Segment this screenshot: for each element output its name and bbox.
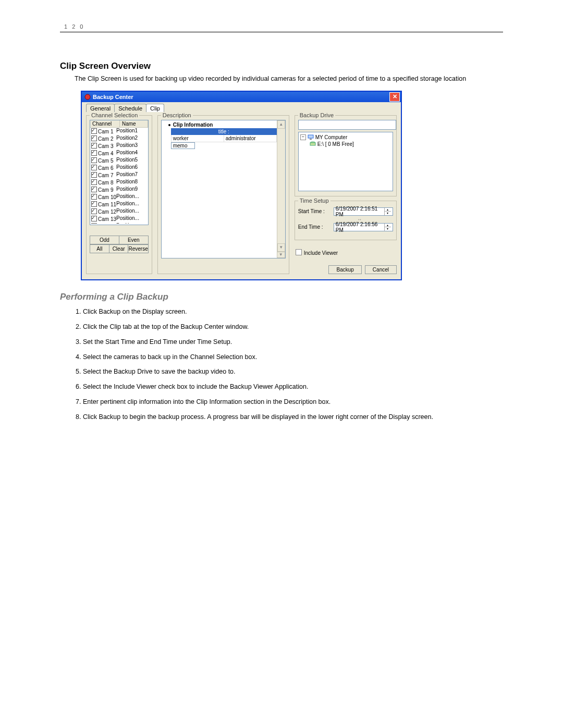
- backup-path-input[interactable]: [298, 120, 396, 130]
- list-item: Click Backup to begin the backup process…: [83, 413, 503, 422]
- all-button[interactable]: All: [90, 244, 109, 253]
- scrollbar[interactable]: ▲ ▼: [277, 120, 285, 252]
- title-row[interactable]: title :: [171, 128, 277, 135]
- row-checkbox[interactable]: [91, 172, 97, 178]
- table-row[interactable]: Cam 12Position...: [90, 208, 148, 215]
- even-button[interactable]: Even: [119, 236, 149, 244]
- subsection-title: Performing a Clip Backup: [60, 292, 503, 302]
- backup-drive-group: Backup Drive −MY Computer E:\ [ 0 MB Fre…: [295, 115, 397, 196]
- row-checkbox[interactable]: [91, 216, 97, 221]
- dropdown-icon[interactable]: ▼: [277, 252, 285, 258]
- table-row[interactable]: Cam 10Position...: [90, 193, 148, 201]
- drive-tree[interactable]: −MY Computer E:\ [ 0 MB Free]: [298, 132, 393, 191]
- list-item: Click Backup on the Display screen.: [83, 307, 503, 316]
- tab-schedule[interactable]: Schedule: [114, 104, 146, 112]
- reverse-button[interactable]: Reverse: [128, 244, 148, 253]
- backup-button[interactable]: Backup: [328, 265, 361, 274]
- list-item: Select the Backup Drive to save the back…: [83, 367, 503, 376]
- channel-grid[interactable]: Channel Name Cam 1Position1Cam 2Position…: [90, 120, 149, 225]
- table-row[interactable]: Cam 2Position2: [90, 135, 148, 142]
- scroll-down-icon[interactable]: ▼: [277, 243, 285, 252]
- close-icon: ✕: [393, 93, 397, 100]
- include-viewer-label: Include Viewer: [304, 250, 338, 256]
- table-row[interactable]: Cam 1Position1: [90, 128, 148, 135]
- my-computer-node[interactable]: MY Computer: [315, 134, 348, 141]
- table-row[interactable]: Cam 13Position...: [90, 215, 148, 223]
- memo-field[interactable]: memo: [171, 142, 195, 149]
- row-checkbox[interactable]: [91, 179, 97, 185]
- include-viewer-checkbox[interactable]: [296, 249, 302, 255]
- admin-cell: administrator: [224, 135, 276, 142]
- list-item: Select the cameras to back up in the Cha…: [83, 353, 503, 362]
- table-row[interactable]: Cam 8Position8: [90, 179, 148, 186]
- row-checkbox[interactable]: [91, 143, 97, 149]
- row-checkbox[interactable]: [91, 194, 97, 200]
- list-item: Select the Include Viewer check box to i…: [83, 382, 503, 391]
- row-checkbox[interactable]: [91, 128, 97, 134]
- description-bottom-panel[interactable]: ▼: [161, 252, 286, 258]
- start-time-label: Start Time :: [298, 208, 334, 214]
- section-title: Clip Screen Overview: [60, 61, 503, 71]
- expand-icon[interactable]: −: [300, 134, 306, 140]
- section-description: The Clip Screen is used for backing up v…: [75, 75, 503, 83]
- description-group: Description ▲ ▼ Clip Information title :…: [157, 115, 289, 274]
- cancel-button[interactable]: Cancel: [365, 265, 397, 274]
- tab-general[interactable]: General: [86, 104, 115, 112]
- end-spinner[interactable]: [384, 224, 391, 231]
- channel-selection-legend: Channel Selection: [90, 112, 139, 118]
- app-icon: [84, 94, 91, 100]
- table-row[interactable]: Cam 6Position6: [90, 164, 148, 171]
- window-title: Backup Center: [93, 94, 389, 100]
- clear-button[interactable]: Clear: [109, 244, 129, 253]
- svg-rect-1: [308, 135, 313, 138]
- bullet-icon: [168, 124, 170, 126]
- computer-icon: [308, 134, 314, 140]
- close-button[interactable]: ✕: [389, 92, 400, 102]
- table-row[interactable]: Cam 4Position4: [90, 150, 148, 157]
- e-drive-node[interactable]: E:\ [ 0 MB Free]: [317, 141, 354, 147]
- table-row[interactable]: Cam 14Position...: [90, 223, 148, 224]
- svg-point-0: [85, 94, 90, 100]
- row-checkbox[interactable]: [91, 223, 97, 224]
- include-viewer-row[interactable]: Include Viewer: [296, 249, 397, 256]
- scroll-up-icon[interactable]: ▲: [277, 120, 285, 129]
- row-checkbox[interactable]: [91, 150, 97, 156]
- table-row[interactable]: Cam 7Position7: [90, 171, 148, 179]
- row-checkbox[interactable]: [91, 187, 97, 192]
- row-checkbox[interactable]: [91, 157, 97, 163]
- row-checkbox[interactable]: [91, 165, 97, 170]
- worker-cell: worker: [172, 135, 224, 142]
- table-row[interactable]: Cam 9Position9: [90, 186, 148, 193]
- channel-selection-group: Channel Selection Channel Name Cam 1Posi…: [86, 115, 152, 274]
- row-checkbox[interactable]: [91, 208, 97, 214]
- table-row[interactable]: Cam 11Position...: [90, 201, 148, 208]
- start-time-input[interactable]: 6/19/2007 2:16:51 PM: [334, 207, 393, 216]
- row-checkbox[interactable]: [91, 135, 97, 141]
- col-channel[interactable]: Channel: [90, 120, 120, 127]
- titlebar[interactable]: Backup Center ✕: [82, 92, 401, 102]
- page-rule: [60, 32, 503, 32]
- start-spinner[interactable]: [384, 208, 391, 215]
- list-item: Enter pertinent clip information into th…: [83, 398, 503, 406]
- table-row[interactable]: Cam 5Position5: [90, 157, 148, 164]
- time-setup-group: Time Setup Start Time :6/19/2007 2:16:51…: [295, 201, 397, 240]
- col-name[interactable]: Name: [120, 120, 148, 127]
- end-time-input[interactable]: 6/19/2007 2:16:56 PM: [334, 223, 393, 231]
- table-row[interactable]: Cam 3Position3: [90, 142, 148, 150]
- start-time-value: 6/19/2007 2:16:51 PM: [336, 206, 384, 217]
- page-number: 1 2 0: [64, 23, 503, 30]
- backup-center-window: Backup Center ✕ GeneralScheduleClip Chan…: [81, 91, 402, 280]
- list-item: Set the Start Time and End Time under Ti…: [83, 338, 503, 347]
- tab-clip[interactable]: Clip: [146, 104, 164, 112]
- list-item: Click the Clip tab at the top of the Bac…: [83, 323, 503, 331]
- svg-rect-4: [310, 143, 315, 145]
- clip-information-header: Clip Information: [173, 122, 213, 128]
- time-setup-legend: Time Setup: [298, 198, 331, 204]
- svg-rect-2: [310, 139, 312, 140]
- row-checkbox[interactable]: [91, 201, 97, 207]
- description-legend: Description: [161, 112, 193, 118]
- odd-button[interactable]: Odd: [90, 236, 119, 244]
- description-panel[interactable]: ▲ ▼ Clip Information title : worker admi…: [161, 120, 286, 252]
- end-time-label: End Time :: [298, 224, 334, 230]
- end-time-value: 6/19/2007 2:16:56 PM: [336, 221, 384, 233]
